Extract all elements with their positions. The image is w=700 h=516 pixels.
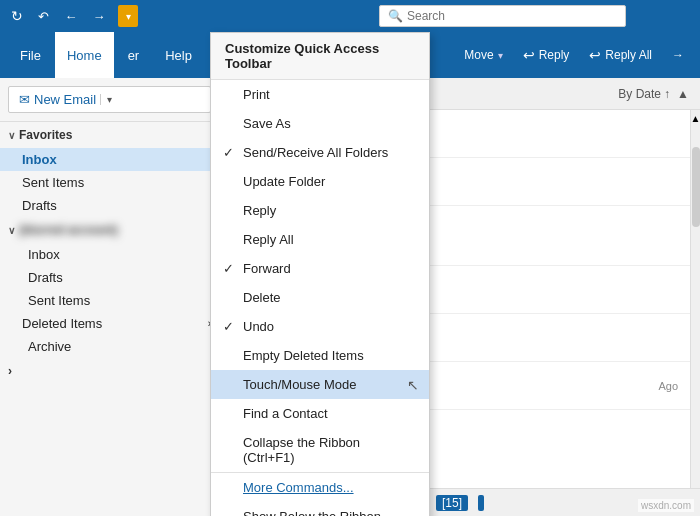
send-receive-label: Send/Receive All Folders	[243, 145, 388, 160]
dropdown-item-update-folder[interactable]: Update Folder	[211, 167, 429, 196]
dropdown-item-find-contact[interactable]: Find a Contact	[211, 399, 429, 428]
save-as-label: Save As	[243, 116, 291, 131]
show-below-label: Show Below the Ribbon	[243, 509, 381, 516]
reply-button[interactable]: ↩ Reply	[515, 44, 578, 66]
sidebar-item-inbox-favorites[interactable]: Inbox	[0, 148, 219, 171]
new-email-icon: ✉	[19, 92, 30, 107]
title-bar: ↻ ↶ ← → ▾ 🔍	[0, 0, 700, 32]
tab-help[interactable]: Help	[153, 32, 204, 78]
reply-all-label: Reply All	[243, 232, 294, 247]
update-folder-label: Update Folder	[243, 174, 325, 189]
forward-check-icon: ✓	[223, 261, 234, 276]
sidebar-item-inbox-account[interactable]: Inbox	[0, 243, 219, 266]
find-contact-label: Find a Contact	[243, 406, 328, 421]
sort-label: By Date	[618, 87, 661, 101]
collapse-ribbon-label: Collapse the Ribbon (Ctrl+F1)	[243, 435, 415, 465]
search-icon: 🔍	[388, 9, 403, 23]
reply-label: Reply	[243, 203, 276, 218]
print-label: Print	[243, 87, 270, 102]
forward-arrow-icon: →	[672, 48, 684, 62]
sidebar-extra-header[interactable]: ›	[0, 358, 219, 384]
pagination-indicator	[478, 495, 484, 511]
new-email-button[interactable]: ✉ New Email ▾	[8, 86, 211, 113]
watermark: wsxdn.com	[638, 499, 694, 512]
touch-mouse-label: Touch/Mouse Mode	[243, 377, 356, 392]
dropdown-item-delete[interactable]: Delete	[211, 283, 429, 312]
dropdown-item-print[interactable]: Print	[211, 80, 429, 109]
sidebar-item-sent-favorites[interactable]: Sent Items	[0, 171, 219, 194]
favorites-label: Favorites	[19, 128, 72, 142]
email-time: Ago	[658, 380, 678, 392]
sidebar-item-drafts-account[interactable]: Drafts	[0, 266, 219, 289]
dropdown-item-forward[interactable]: ✓ Forward	[211, 254, 429, 283]
tab-er[interactable]: er	[116, 32, 152, 78]
new-email-dropdown-arrow[interactable]: ▾	[100, 94, 112, 105]
tab-home[interactable]: Home	[55, 32, 114, 78]
extra-group-icon: ›	[8, 364, 12, 378]
send-receive-check-icon: ✓	[223, 145, 234, 160]
new-email-area: ✉ New Email ▾	[0, 78, 219, 122]
move-button[interactable]: Move ▾	[456, 45, 510, 65]
quick-access-dropdown-menu: Customize Quick Access Toolbar Print Sav…	[210, 32, 430, 516]
sidebar-account-header[interactable]: ∨ (blurred account)	[0, 217, 219, 243]
new-email-label: New Email	[34, 92, 96, 107]
scroll-thumb[interactable]	[692, 147, 700, 227]
move-label: Move	[464, 48, 493, 62]
search-input[interactable]	[407, 9, 617, 23]
dropdown-item-collapse-ribbon[interactable]: Collapse the Ribbon (Ctrl+F1)	[211, 428, 429, 472]
dropdown-item-touch-mouse[interactable]: Touch/Mouse Mode ↖	[211, 370, 429, 399]
move-dropdown-arrow: ▾	[498, 50, 503, 61]
reply-all-icon: ↩	[589, 47, 601, 63]
dropdown-item-show-below[interactable]: Show Below the Ribbon	[211, 502, 429, 516]
sidebar-favorites-header[interactable]: ∨ Favorites	[0, 122, 219, 148]
sidebar-item-archive-account[interactable]: Archive	[0, 335, 219, 358]
forward-arrow-btn[interactable]: →	[664, 45, 692, 65]
forward-icon[interactable]: →	[88, 5, 110, 27]
scroll-up-arrow[interactable]: ▲	[691, 110, 700, 127]
dropdown-item-send-receive[interactable]: ✓ Send/Receive All Folders	[211, 138, 429, 167]
dropdown-title: Customize Quick Access Toolbar	[211, 33, 429, 80]
search-bar[interactable]: 🔍	[379, 5, 626, 27]
quick-access-dropdown-btn[interactable]: ▾	[118, 5, 138, 27]
dropdown-item-undo[interactable]: ✓ Undo	[211, 312, 429, 341]
reply-icon: ↩	[523, 47, 535, 63]
delete-label: Delete	[243, 290, 281, 305]
dropdown-item-reply[interactable]: Reply	[211, 196, 429, 225]
sidebar-item-deleted-account[interactable]: Deleted Items ›	[0, 312, 219, 335]
cursor-pointer-icon: ↖	[407, 377, 419, 393]
more-commands-label: More Commands...	[243, 480, 354, 495]
sidebar-item-sent-account[interactable]: Sent Items	[0, 289, 219, 312]
reply-all-label: Reply All	[605, 48, 652, 62]
dropdown-item-more-commands[interactable]: More Commands...	[211, 472, 429, 502]
scroll-up-button[interactable]: ▲	[678, 87, 688, 101]
undo-label: Undo	[243, 319, 274, 334]
sort-arrow-icon: ↑	[664, 87, 670, 101]
reply-label: Reply	[539, 48, 570, 62]
forward-label: Forward	[243, 261, 291, 276]
sidebar: ✉ New Email ▾ ∨ Favorites Inbox Sent Ite…	[0, 78, 220, 516]
tab-file[interactable]: File	[8, 32, 53, 78]
sidebar-item-drafts-favorites[interactable]: Drafts	[0, 194, 219, 217]
undo-check-icon: ✓	[223, 319, 234, 334]
refresh-icon[interactable]: ↻	[8, 7, 26, 25]
dropdown-item-reply-all[interactable]: Reply All	[211, 225, 429, 254]
back-icon[interactable]: ←	[60, 5, 82, 27]
empty-deleted-label: Empty Deleted Items	[243, 348, 364, 363]
email-list-scrollbar[interactable]: ▲	[690, 110, 700, 488]
page-number-display: [15]	[436, 495, 468, 511]
deleted-items-label: Deleted Items	[22, 316, 102, 331]
sort-by-date-button[interactable]: By Date ↑	[618, 87, 670, 101]
account-label: (blurred account)	[19, 223, 118, 237]
account-chevron-icon: ∨	[8, 225, 15, 236]
favorites-chevron-icon: ∨	[8, 130, 15, 141]
reply-all-button[interactable]: ↩ Reply All	[581, 44, 660, 66]
dropdown-item-save-as[interactable]: Save As	[211, 109, 429, 138]
undo-icon[interactable]: ↶	[32, 5, 54, 27]
dropdown-item-empty-deleted[interactable]: Empty Deleted Items	[211, 341, 429, 370]
